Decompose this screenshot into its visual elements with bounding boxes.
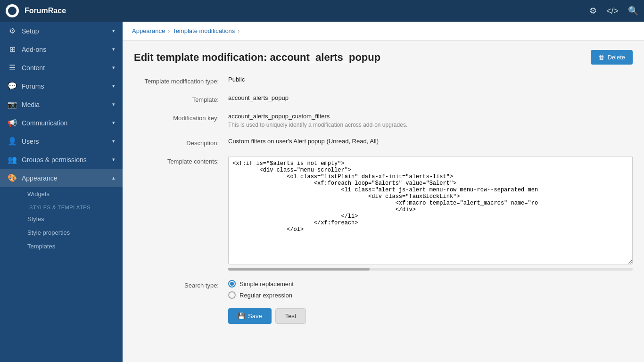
template-label: Template: bbox=[134, 94, 228, 103]
sidebar: ⚙ Setup ▾ ⊞ Add-ons ▾ ☰ Content ▾ 💬 Foru… bbox=[0, 22, 123, 362]
mod-key-hint: This is used to uniquely identify a modi… bbox=[228, 122, 633, 128]
styles-section-label: Styles & templates bbox=[22, 201, 123, 212]
chevron-down-icon: ▾ bbox=[112, 101, 115, 107]
users-icon: 👤 bbox=[8, 137, 17, 146]
app-title: ForumRace bbox=[25, 7, 584, 15]
search-icon[interactable]: 🔍 bbox=[628, 6, 638, 16]
chevron-down-icon: ▾ bbox=[112, 138, 115, 144]
sidebar-subitem-style-properties[interactable]: Style properties bbox=[22, 226, 123, 239]
delete-button[interactable]: 🗑 Delete bbox=[591, 50, 633, 65]
template-contents-textarea[interactable]: <xf:if is="$alerts is not empty"> <div c… bbox=[228, 156, 633, 264]
chevron-down-icon: ▾ bbox=[112, 46, 115, 52]
content-icon: ☰ bbox=[8, 63, 17, 72]
mod-key-container: account_alerts_popup_custom_filters This… bbox=[228, 113, 633, 128]
search-type-options: Simple replacement Regular expression bbox=[228, 280, 633, 299]
appearance-icon: 🎨 bbox=[8, 173, 17, 182]
sidebar-item-content[interactable]: ☰ Content ▾ bbox=[0, 58, 123, 77]
trash-icon: 🗑 bbox=[598, 54, 604, 61]
sidebar-item-communication[interactable]: 📢 Communication ▾ bbox=[0, 114, 123, 132]
template-contents-label: Template contents: bbox=[134, 156, 228, 165]
sidebar-item-media[interactable]: 📷 Media ▾ bbox=[0, 95, 123, 114]
chevron-up-icon: ▴ bbox=[112, 175, 115, 181]
description-value: Custom filters on user's Alert popup (Un… bbox=[228, 138, 633, 145]
media-icon: 📷 bbox=[8, 100, 17, 109]
save-icon: 💾 bbox=[238, 313, 245, 320]
template-contents-row: Template contents: <xf:if is="$alerts is… bbox=[134, 156, 633, 271]
chevron-down-icon: ▾ bbox=[112, 120, 115, 126]
radio-regex-label: Regular expression bbox=[239, 292, 292, 299]
addons-icon: ⊞ bbox=[8, 45, 17, 54]
sidebar-item-users[interactable]: 👤 Users ▾ bbox=[0, 132, 123, 150]
sidebar-item-appearance[interactable]: 🎨 Appearance ▴ bbox=[0, 169, 123, 187]
mod-type-row: Template modification type: Public bbox=[134, 76, 633, 85]
top-nav: ForumRace ⚙ </> 🔍 bbox=[0, 0, 644, 22]
breadcrumb-sep-1: › bbox=[168, 28, 170, 34]
save-button[interactable]: 💾 Save bbox=[228, 308, 272, 324]
radio-simple-circle bbox=[228, 280, 236, 288]
top-nav-icons: ⚙ </> 🔍 bbox=[589, 6, 638, 16]
sidebar-subitem-templates[interactable]: Templates bbox=[22, 239, 123, 253]
chevron-down-icon: ▾ bbox=[112, 156, 115, 163]
sidebar-subitem-styles[interactable]: Styles bbox=[22, 212, 123, 226]
main-content: Appearance › Template modifications › Ed… bbox=[123, 22, 644, 362]
radio-regex-circle bbox=[228, 291, 236, 299]
description-row: Description: Custom filters on user's Al… bbox=[134, 138, 633, 147]
sidebar-subitem-widgets[interactable]: Widgets bbox=[22, 187, 123, 201]
test-button[interactable]: Test bbox=[275, 308, 306, 324]
mod-type-label: Template modification type: bbox=[134, 76, 228, 85]
radio-group-search: Simple replacement Regular expression bbox=[228, 280, 633, 299]
action-buttons: 💾 Save Test bbox=[134, 308, 633, 324]
layout: ⚙ Setup ▾ ⊞ Add-ons ▾ ☰ Content ▾ 💬 Foru… bbox=[0, 22, 644, 362]
sidebar-item-forums[interactable]: 💬 Forums ▾ bbox=[0, 77, 123, 95]
mod-key-label: Modification key: bbox=[134, 113, 228, 122]
mod-key-row: Modification key: account_alerts_popup_c… bbox=[134, 113, 633, 128]
template-row: Template: account_alerts_popup bbox=[134, 94, 633, 103]
radio-simple[interactable]: Simple replacement bbox=[228, 280, 633, 288]
sidebar-item-addons[interactable]: ⊞ Add-ons ▾ bbox=[0, 40, 123, 58]
breadcrumb: Appearance › Template modifications › bbox=[123, 22, 644, 41]
mod-key-value: account_alerts_popup_custom_filters bbox=[228, 113, 633, 120]
communication-icon: 📢 bbox=[8, 118, 17, 127]
breadcrumb-appearance[interactable]: Appearance bbox=[132, 27, 165, 34]
content-area: Edit template modification: account_aler… bbox=[123, 41, 644, 333]
groups-icon: 👥 bbox=[8, 155, 17, 164]
settings-icon[interactable]: ⚙ bbox=[589, 6, 597, 16]
chevron-down-icon: ▾ bbox=[112, 83, 115, 89]
page-header: Edit template modification: account_aler… bbox=[134, 50, 633, 65]
chevron-down-icon: ▾ bbox=[112, 28, 115, 34]
search-type-label: Search type: bbox=[134, 280, 228, 289]
template-contents-wrapper: <xf:if is="$alerts is not empty"> <div c… bbox=[228, 156, 633, 271]
chevron-down-icon: ▾ bbox=[112, 65, 115, 71]
page-title: Edit template modification: account_aler… bbox=[134, 51, 380, 64]
description-label: Description: bbox=[134, 138, 228, 147]
radio-simple-label: Simple replacement bbox=[239, 280, 294, 288]
radio-regex[interactable]: Regular expression bbox=[228, 291, 633, 299]
forums-icon: 💬 bbox=[8, 82, 17, 90]
sidebar-item-setup[interactable]: ⚙ Setup ▾ bbox=[0, 22, 123, 40]
search-type-row: Search type: Simple replacement Regular … bbox=[134, 280, 633, 299]
mod-type-value: Public bbox=[228, 76, 633, 83]
setup-icon: ⚙ bbox=[8, 26, 17, 35]
breadcrumb-template-mods[interactable]: Template modifications bbox=[173, 27, 235, 34]
app-logo bbox=[6, 4, 19, 17]
template-value: account_alerts_popup bbox=[228, 94, 633, 101]
code-icon[interactable]: </> bbox=[606, 6, 619, 16]
appearance-sub: Widgets Styles & templates Styles Style … bbox=[0, 187, 123, 253]
sidebar-item-groups[interactable]: 👥 Groups & permissions ▾ bbox=[0, 150, 123, 169]
breadcrumb-sep-2: › bbox=[238, 28, 239, 34]
